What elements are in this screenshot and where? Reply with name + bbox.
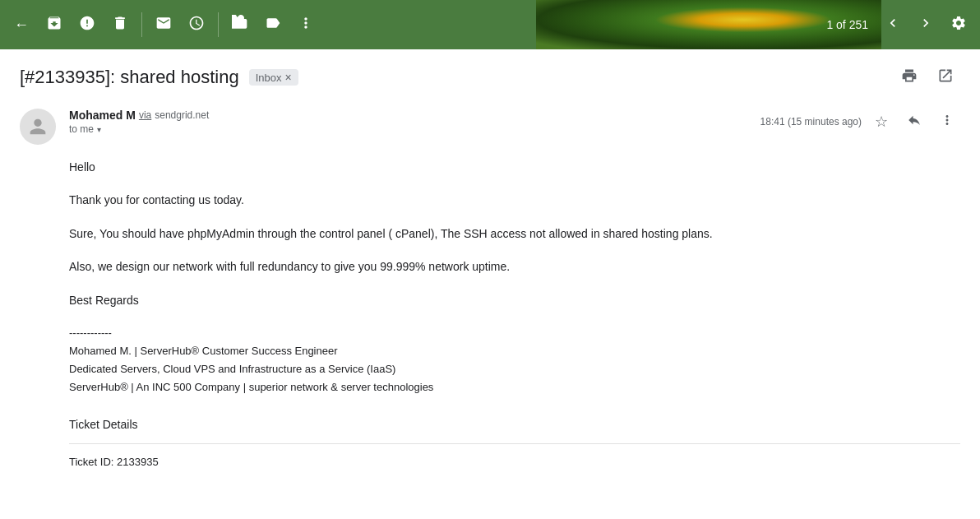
snooze-button[interactable] — [182, 10, 211, 39]
signature: ------------ Mohamed M. | ServerHub® Cus… — [69, 324, 960, 396]
inbox-label: Inbox — [256, 72, 282, 84]
delete-button[interactable] — [105, 10, 135, 39]
more-dots-icon — [298, 15, 314, 35]
sig-line3: ServerHub® | An INC 500 Company | superi… — [69, 378, 960, 396]
spam-icon — [79, 15, 95, 35]
recipient-row: to me ▾ — [69, 123, 747, 135]
email-time: 18:41 (15 minutes ago) — [760, 116, 862, 127]
open-in-new-button[interactable] — [931, 63, 960, 92]
next-icon — [918, 15, 934, 35]
archive-button[interactable] — [39, 10, 69, 39]
pagination: 1 of 251 — [826, 18, 868, 31]
avatar — [20, 109, 56, 145]
reply-button[interactable] — [901, 109, 927, 135]
delete-icon — [112, 15, 128, 35]
more-email-actions-button[interactable] — [934, 109, 960, 135]
email-time-row: 18:41 (15 minutes ago) ☆ — [760, 109, 960, 135]
star-icon: ☆ — [875, 113, 888, 131]
subject-left: [#2133935]: shared hosting Inbox × — [20, 67, 298, 88]
sig-line1: Mohamed M. | ServerHub® Customer Success… — [69, 342, 960, 360]
settings-icon — [950, 15, 967, 35]
ticket-id: Ticket ID: 2133935 — [69, 454, 960, 471]
ticket-details-heading: Ticket Details — [69, 415, 960, 433]
open-in-new-icon — [937, 67, 954, 88]
divider2 — [218, 12, 219, 37]
more-vertical-icon — [940, 113, 955, 131]
inbox-badge[interactable]: Inbox × — [249, 69, 298, 86]
recipient-label: to me — [69, 123, 94, 135]
move-icon — [232, 15, 248, 35]
para1: Thank you for contacting us today. — [69, 191, 960, 209]
sender-via[interactable]: via — [139, 109, 151, 121]
email-container: [#2133935]: shared hosting Inbox × — [0, 49, 980, 519]
para4: Best Regards — [69, 291, 960, 309]
star-button[interactable]: ☆ — [868, 109, 894, 135]
more-actions-button[interactable] — [291, 10, 321, 39]
next-email-button[interactable] — [911, 10, 941, 39]
mail-icon — [155, 15, 172, 35]
email-subject: [#2133935]: shared hosting — [20, 67, 239, 88]
mark-unread-button[interactable] — [149, 10, 178, 39]
sender-name: Mohamed M — [69, 109, 136, 122]
recipient-dropdown[interactable]: ▾ — [97, 125, 101, 134]
settings-button[interactable] — [944, 10, 973, 39]
subject-actions — [894, 63, 960, 92]
archive-icon — [46, 15, 62, 35]
label-button[interactable] — [258, 10, 288, 39]
subject-row: [#2133935]: shared hosting Inbox × — [20, 63, 960, 92]
back-icon: ← — [14, 16, 29, 34]
email-header: Mohamed M via sendgrid.net to me ▾ 18:41… — [20, 109, 960, 145]
back-button[interactable]: ← — [7, 10, 36, 39]
prev-icon — [885, 15, 901, 35]
reply-icon — [907, 113, 922, 131]
spam-button[interactable] — [72, 10, 102, 39]
email-meta: Mohamed M via sendgrid.net to me ▾ — [69, 109, 747, 135]
pagination-text: 1 of 251 — [826, 18, 868, 31]
label-icon — [265, 15, 281, 35]
sender-domain: sendgrid.net — [155, 109, 209, 121]
move-to-button[interactable] — [225, 10, 255, 39]
clock-icon — [188, 15, 205, 35]
sender-row: Mohamed M via sendgrid.net — [69, 109, 747, 122]
greeting: Hello — [69, 158, 960, 176]
ticket-details-divider — [69, 443, 960, 444]
sig-line2: Dedicated Servers, Cloud VPS and Infrast… — [69, 360, 960, 378]
prev-email-button[interactable] — [878, 10, 908, 39]
inbox-badge-close[interactable]: × — [284, 71, 291, 84]
print-button[interactable] — [894, 63, 924, 92]
email-body: Hello Thank you for contacting us today.… — [69, 158, 960, 471]
print-icon — [901, 67, 918, 88]
para2: Sure, You should have phpMyAdmin through… — [69, 225, 960, 243]
toolbar: ← — [0, 0, 980, 49]
dashes: ------------ — [69, 324, 960, 342]
para3: Also, we design our network with full re… — [69, 257, 960, 276]
divider1 — [141, 12, 142, 37]
